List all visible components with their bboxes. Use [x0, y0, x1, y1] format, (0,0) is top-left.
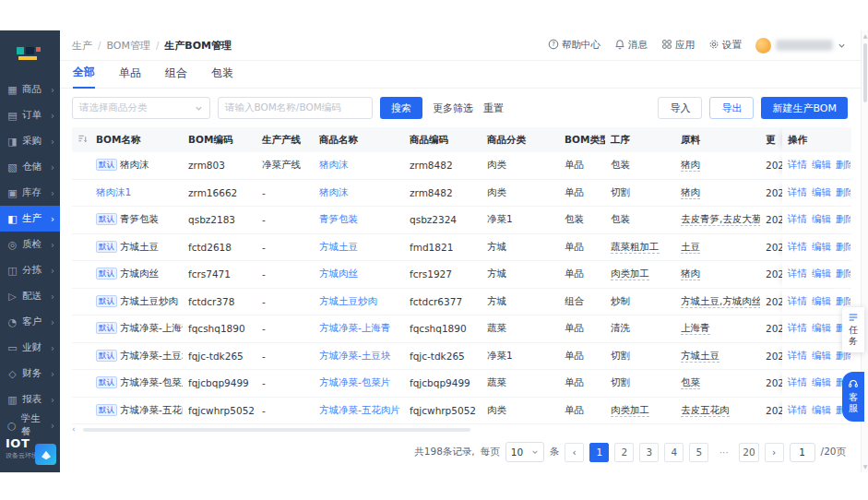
export-button[interactable]: 导出	[709, 97, 754, 119]
cell-updated: 202	[760, 160, 782, 171]
tab-0[interactable]: 全部	[73, 65, 95, 89]
edit-link[interactable]: 编辑	[812, 404, 831, 417]
detail-link[interactable]: 详情	[788, 186, 807, 199]
scroll-up-icon[interactable]: ▲	[862, 33, 868, 39]
sidebar-item-orders[interactable]: ▤订单›	[0, 102, 60, 128]
tab-2[interactable]: 组合	[165, 65, 187, 88]
customer-service-button[interactable]: 客服	[842, 372, 864, 422]
delete-link[interactable]: 删除	[836, 186, 850, 199]
breadcrumb-item[interactable]: 生产	[72, 39, 92, 53]
detail-link[interactable]: 详情	[788, 376, 807, 389]
edit-link[interactable]: 编辑	[812, 322, 831, 335]
detail-link[interactable]: 详情	[788, 295, 807, 308]
create-bom-button[interactable]: 新建生产BOM	[761, 97, 848, 119]
cell-product-name[interactable]: 方城土豆炒肉	[314, 295, 404, 308]
tab-1[interactable]: 单品	[119, 65, 141, 88]
top-action-button[interactable]: 设置	[708, 39, 742, 52]
edit-link[interactable]: 编辑	[812, 213, 831, 226]
delete-link[interactable]: 删除	[836, 268, 850, 280]
cell-category: 肉类	[482, 404, 559, 417]
sidebar-item-quality[interactable]: ◎质检›	[0, 232, 60, 257]
cell-product-name[interactable]: 猪肉沫	[314, 186, 404, 199]
prev-page-button[interactable]: ‹	[565, 443, 584, 462]
page-button-3[interactable]: 3	[639, 443, 659, 462]
sidebar-item-warehouse[interactable]: ▧仓储›	[0, 154, 60, 180]
sidebar-item-production[interactable]: ◧生产›	[0, 206, 60, 232]
cell-product-name[interactable]: 方城净菜-包菜片	[314, 376, 404, 389]
import-button[interactable]: 导入	[658, 97, 702, 119]
chevron-right-icon: ›	[51, 111, 54, 121]
sidebar-item-sorting[interactable]: ◫分拣›	[0, 257, 60, 283]
cell-product-name[interactable]: 方城土豆	[314, 241, 404, 254]
sidebar-item-delivery[interactable]: ▷配送›	[0, 283, 60, 309]
sidebar-item-reports[interactable]: ▥报表›	[0, 387, 60, 412]
help-center-button[interactable]: ?帮助中心	[548, 39, 600, 52]
edit-link[interactable]: 编辑	[812, 159, 831, 172]
detail-link[interactable]: 详情	[788, 404, 807, 417]
page-button-20[interactable]: 20	[739, 443, 758, 462]
horizontal-scrollbar-thumb[interactable]	[83, 428, 470, 432]
cell-product-name[interactable]: 方城净菜-上海青	[314, 322, 404, 335]
delete-link[interactable]: 删除	[836, 241, 850, 254]
cell-production-line: -	[256, 377, 314, 388]
reset-link[interactable]: 重置	[483, 101, 504, 115]
detail-link[interactable]: 详情	[788, 268, 807, 280]
detail-link[interactable]: 详情	[788, 213, 807, 226]
edit-link[interactable]: 编辑	[812, 268, 831, 280]
iot-logo-icon	[35, 444, 56, 465]
task-panel-button[interactable]: 任务	[842, 307, 864, 352]
page-size-select[interactable]: 10	[505, 442, 544, 462]
detail-link[interactable]: 详情	[788, 322, 807, 335]
category-select[interactable]: 请选择商品分类	[72, 97, 210, 119]
sidebar-item-finance[interactable]: ◇财务›	[0, 361, 60, 387]
cell-bom-code: fqjcbqp9499	[183, 377, 256, 388]
vertical-scrollbar-thumb[interactable]	[863, 43, 867, 102]
edit-link[interactable]: 编辑	[812, 186, 831, 199]
next-page-button[interactable]: ›	[765, 443, 784, 462]
scroll-down-icon[interactable]: ▼	[862, 464, 868, 470]
sort-filter-icon[interactable]	[72, 134, 90, 146]
edit-link[interactable]: 编辑	[812, 350, 831, 363]
sidebar-item-customers[interactable]: ◔客户›	[0, 309, 60, 335]
top-action-button[interactable]: 应用	[661, 39, 695, 52]
cell-bom-name[interactable]: 猪肉沫1	[90, 186, 183, 199]
edit-link[interactable]: 编辑	[812, 295, 831, 308]
user-menu[interactable]	[755, 38, 846, 54]
sidebar-item-purchase[interactable]: ◨采购›	[0, 128, 60, 154]
edit-link[interactable]: 编辑	[812, 241, 831, 254]
cell-product-name[interactable]: 青笋包装	[314, 213, 404, 226]
chevron-right-icon: ›	[51, 369, 54, 379]
detail-link[interactable]: 详情	[788, 350, 807, 363]
keyword-input[interactable]: 请输入BOM名称/BOM编码	[218, 97, 373, 119]
delete-link[interactable]: 删除	[836, 213, 850, 226]
top-action-button[interactable]: 消息	[614, 39, 648, 52]
cell-product-name[interactable]: 方城肉丝	[314, 268, 404, 280]
table-row: 默认方城净菜-土豆块fqjc-tdk265-方城净菜-土豆块fqjc-tdk26…	[72, 343, 851, 371]
apps-icon	[661, 39, 672, 52]
sidebar-item-products[interactable]: ▦商品›	[0, 77, 60, 102]
breadcrumb-item[interactable]: BOM管理	[106, 39, 150, 53]
detail-link[interactable]: 详情	[788, 159, 807, 172]
page-jump-input[interactable]: 1	[790, 443, 815, 462]
tab-3[interactable]: 包装	[211, 65, 233, 88]
delete-link[interactable]: 删除	[836, 295, 850, 308]
cell-product-name[interactable]: 方城净菜-土豆块	[314, 350, 404, 363]
sidebar-item-business[interactable]: ▭业财›	[0, 335, 60, 361]
search-button[interactable]: 搜索	[380, 97, 422, 119]
horizontal-scrollbar[interactable]: ‹	[72, 425, 851, 434]
page-button-2[interactable]: 2	[614, 443, 634, 462]
cell-product-name[interactable]: 方城净菜-五花肉片	[314, 404, 404, 417]
delete-link[interactable]: 删除	[836, 159, 850, 172]
sidebar-nav: ▦商品›▤订单›◨采购›▧仓储›▣库存›◧生产›◎质检›◫分拣›▷配送›◔客户›…	[0, 77, 60, 438]
more-filters-link[interactable]: 更多筛选	[433, 101, 473, 115]
chevron-right-icon: ›	[51, 188, 54, 198]
edit-link[interactable]: 编辑	[812, 376, 831, 389]
cell-product-name[interactable]: 猪肉沫	[314, 159, 404, 172]
detail-link[interactable]: 详情	[788, 241, 807, 254]
page-button-1[interactable]: 1	[589, 443, 609, 462]
scroll-left-icon[interactable]: ‹	[72, 425, 76, 434]
sidebar-item-inventory[interactable]: ▣库存›	[0, 180, 60, 206]
page-button-5[interactable]: 5	[689, 443, 708, 462]
cell-bom-name: 默认青笋包装	[90, 213, 183, 226]
page-button-4[interactable]: 4	[664, 443, 684, 462]
